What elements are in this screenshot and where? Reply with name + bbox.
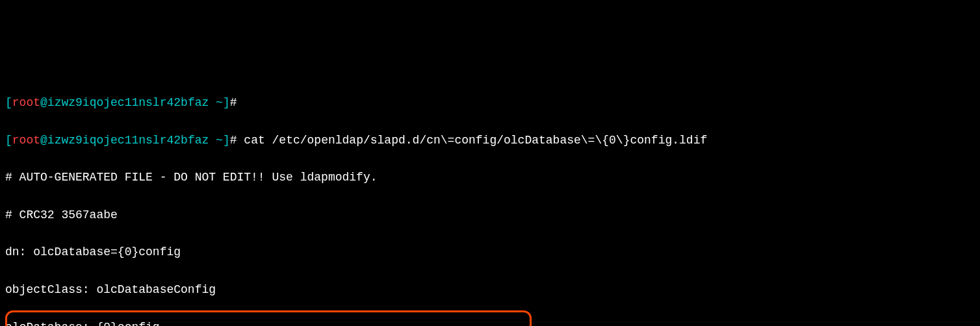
path: ~ <box>209 96 223 109</box>
terminal-container[interactable]: [root@izwz9iqojec11nslr42bfaz ~]# [root@… <box>5 75 975 326</box>
output-line: # AUTO-GENERATED FILE - DO NOT EDIT!! Us… <box>5 168 975 187</box>
output-line: # CRC32 3567aabe <box>5 206 975 225</box>
bracket-close: ] <box>223 134 230 147</box>
output-line: objectClass: olcDatabaseConfig <box>5 281 975 299</box>
output-line: olcDatabase: {0}config <box>5 318 975 326</box>
user: root <box>12 134 40 147</box>
bracket-close: ] <box>223 96 230 109</box>
hash: # <box>230 134 237 147</box>
prompt-line-2: [root@izwz9iqojec11nslr42bfaz ~]# cat /e… <box>5 131 975 150</box>
hostname: izwz9iqojec11nslr42bfaz <box>47 96 209 109</box>
bracket-open: [ <box>5 96 12 109</box>
path: ~ <box>209 134 223 147</box>
prompt-line-1: [root@izwz9iqojec11nslr42bfaz ~]# <box>5 94 975 112</box>
hash: # <box>230 96 237 109</box>
command-text: cat /etc/openldap/slapd.d/cn\=config/olc… <box>237 134 708 147</box>
at: @ <box>40 96 47 109</box>
user: root <box>12 96 40 109</box>
output-line: dn: olcDatabase={0}config <box>5 243 975 262</box>
hostname: izwz9iqojec11nslr42bfaz <box>47 134 209 147</box>
bracket-open: [ <box>5 134 12 147</box>
at: @ <box>40 134 47 147</box>
